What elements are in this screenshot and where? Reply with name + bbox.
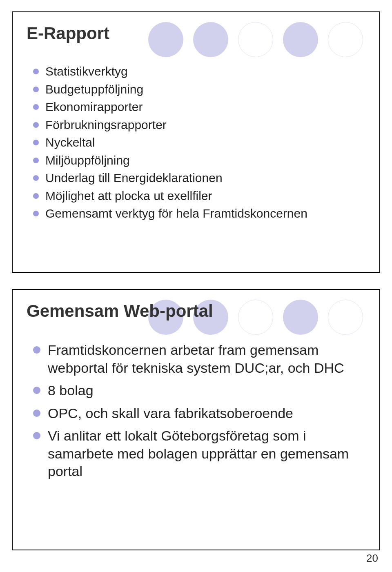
list-item: Möjlighet att plocka ut exellfiler xyxy=(33,188,363,204)
list-item: OPC, och skall vara fabrikatsoberoende xyxy=(33,405,363,423)
slide-title: Gemensam Web-portal xyxy=(27,301,213,321)
bubble-icon xyxy=(283,300,318,335)
slide-body: Statistikverktyg Budgetuppföljning Ekono… xyxy=(33,64,363,224)
slide-1: E-Rapport Statistikverktyg Budgetuppfölj… xyxy=(12,11,380,273)
slide-body: Framtidskoncernen arbetar fram gemensam … xyxy=(33,341,363,485)
bubble-icon xyxy=(328,300,363,335)
list-item: Nyckeltal xyxy=(33,135,363,150)
bubble-icon xyxy=(238,300,273,335)
bubble-icon xyxy=(283,22,318,57)
list-item: Vi anlitar ett lokalt Göteborgsföretag s… xyxy=(33,427,363,481)
list-item: Budgetuppföljning xyxy=(33,82,363,97)
list-item: Gemensamt verktyg för hela Framtidskonce… xyxy=(33,206,363,221)
handout-page: E-Rapport Statistikverktyg Budgetuppfölj… xyxy=(0,0,392,572)
list-item: Miljöuppföljning xyxy=(33,153,363,168)
slide-title: E-Rapport xyxy=(27,24,109,43)
list-item: Förbrukningsrapporter xyxy=(33,117,363,133)
bubble-icon xyxy=(148,22,183,57)
bullet-list: Framtidskoncernen arbetar fram gemensam … xyxy=(33,341,363,481)
bubble-icon xyxy=(238,22,273,57)
slide-2: Gemensam Web-portal Framtidskoncernen ar… xyxy=(12,289,380,550)
bullet-list: Statistikverktyg Budgetuppföljning Ekono… xyxy=(33,64,363,221)
list-item: Framtidskoncernen arbetar fram gemensam … xyxy=(33,341,363,377)
page-number: 20 xyxy=(366,552,378,565)
list-item: Statistikverktyg xyxy=(33,64,363,79)
list-item: Underlag till Energideklarationen xyxy=(33,170,363,186)
bubble-icon xyxy=(328,22,363,57)
list-item: 8 bolag xyxy=(33,382,363,400)
list-item: Ekonomirapporter xyxy=(33,99,363,115)
bubble-icon xyxy=(193,22,228,57)
decor-bubbles xyxy=(148,22,363,57)
